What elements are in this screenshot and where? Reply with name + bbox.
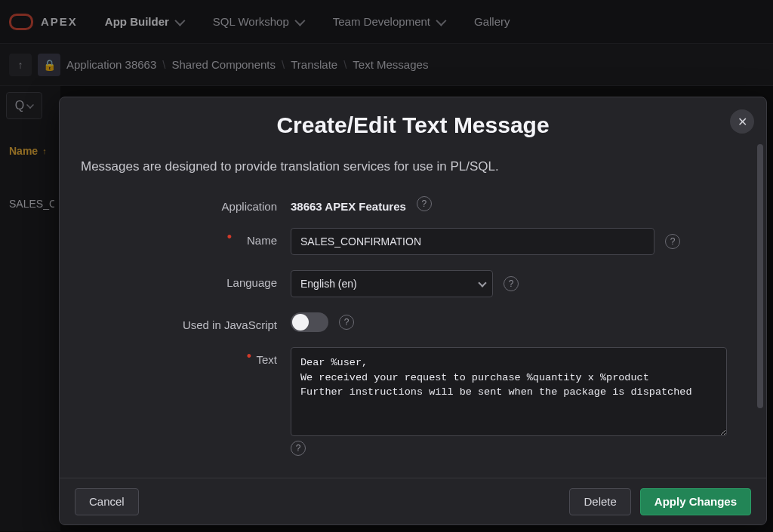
language-value: English (en) bbox=[291, 270, 493, 297]
modal-body: Messages are designed to provide transla… bbox=[60, 144, 766, 478]
modal-scrollbar[interactable] bbox=[757, 144, 763, 408]
close-button[interactable]: ✕ bbox=[730, 109, 754, 134]
row-application: Application 38663 APEX Features ? bbox=[81, 194, 745, 213]
help-icon[interactable]: ? bbox=[665, 234, 680, 249]
close-icon: ✕ bbox=[738, 115, 747, 129]
value-application: 38663 APEX Features bbox=[291, 194, 406, 213]
required-indicator: • bbox=[247, 349, 251, 364]
label-application: Application bbox=[81, 194, 291, 213]
help-icon[interactable]: ? bbox=[417, 196, 432, 211]
label-name: • Name bbox=[81, 228, 291, 247]
cancel-button[interactable]: Cancel bbox=[75, 488, 139, 515]
text-textarea[interactable] bbox=[291, 347, 727, 436]
name-input[interactable] bbox=[291, 228, 654, 255]
label-language: Language bbox=[81, 270, 291, 289]
row-text: • Text bbox=[81, 347, 745, 436]
modal-title: Create/Edit Text Message bbox=[78, 112, 748, 138]
modal-description: Messages are designed to provide transla… bbox=[81, 159, 745, 174]
help-icon[interactable]: ? bbox=[291, 441, 306, 456]
row-language: Language English (en) ? bbox=[81, 270, 745, 297]
toggle-knob bbox=[292, 314, 309, 331]
label-used-in-js: Used in JavaScript bbox=[81, 312, 291, 331]
used-in-js-toggle[interactable] bbox=[291, 312, 328, 332]
modal-header: Create/Edit Text Message ✕ bbox=[60, 97, 766, 144]
apply-changes-button[interactable]: Apply Changes bbox=[640, 488, 751, 515]
help-icon[interactable]: ? bbox=[339, 315, 354, 330]
row-name: • Name ? bbox=[81, 228, 745, 255]
required-indicator: • bbox=[227, 229, 232, 245]
modal-edit-text-message: Create/Edit Text Message ✕ Messages are … bbox=[59, 97, 767, 525]
language-select[interactable]: English (en) bbox=[291, 270, 493, 297]
row-used-in-js: Used in JavaScript ? bbox=[81, 312, 745, 332]
help-icon[interactable]: ? bbox=[504, 276, 519, 291]
modal-footer: Cancel Delete Apply Changes bbox=[60, 478, 766, 524]
delete-button[interactable]: Delete bbox=[569, 488, 630, 515]
label-text: • Text bbox=[81, 347, 291, 366]
